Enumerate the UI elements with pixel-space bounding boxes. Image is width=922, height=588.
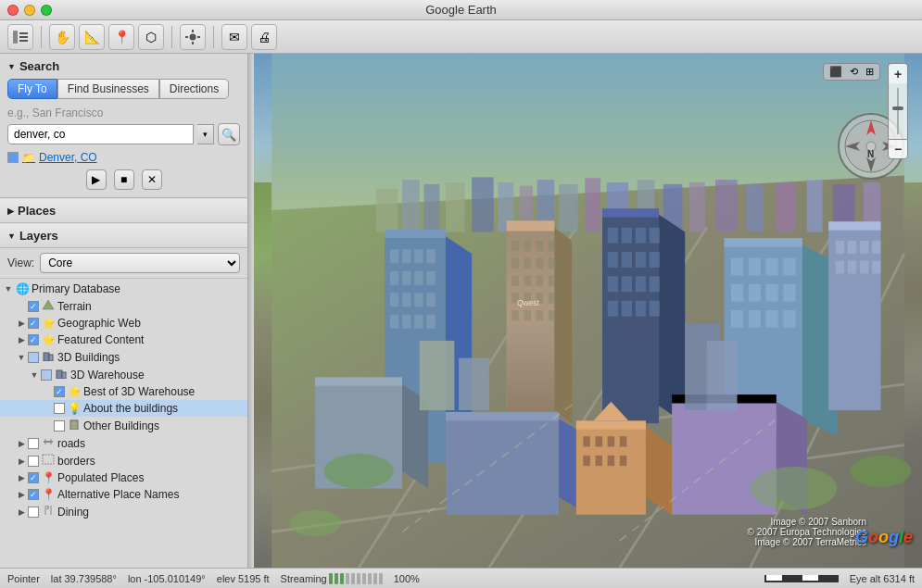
roads-icon: [41, 436, 56, 450]
streaming-indicator: Streaming: [281, 573, 383, 584]
borders-checkbox[interactable]: [28, 456, 39, 467]
layer-populated[interactable]: ▶ ✓ 📍 Populated Places: [0, 469, 247, 486]
svg-rect-77: [385, 230, 446, 238]
zoom-in-button[interactable]: +: [888, 63, 908, 83]
populated-checkbox[interactable]: ✓: [28, 472, 39, 483]
attribution-line3: Image © 2007 TerraMetrics: [748, 537, 866, 547]
svg-rect-72: [537, 310, 544, 320]
window-controls[interactable]: [7, 5, 52, 16]
playback-bar: ▶ ■ ✕: [7, 164, 240, 194]
places-arrow: ▶: [7, 206, 14, 216]
map-area[interactable]: Qwest: [254, 54, 922, 568]
about-buildings-checkbox[interactable]: [54, 403, 65, 414]
layer-featured[interactable]: ▶ ✓ ⭐ Featured Content: [0, 332, 247, 348]
hand-tool-icon[interactable]: ✋: [49, 24, 75, 50]
layers-tree-list: ▼ 🌐 Primary Database ✓ Terrain: [0, 279, 247, 522]
minimize-button[interactable]: [24, 5, 35, 16]
stream-bar-1: [329, 573, 333, 584]
close-button[interactable]: [7, 5, 19, 16]
borders-arrow: ▶: [15, 457, 28, 466]
view-select[interactable]: Core All Custom: [40, 253, 240, 273]
layer-about-buildings[interactable]: 💡 About the buildings: [0, 400, 247, 417]
places-section-header[interactable]: ▶ Places: [0, 198, 247, 223]
layer-primary-db[interactable]: ▼ 🌐 Primary Database: [0, 281, 247, 297]
featured-checkbox[interactable]: ✓: [28, 334, 39, 345]
placemark-tool-icon[interactable]: 📍: [108, 24, 134, 50]
layer-alt-names[interactable]: ▶ ✓ 📍 Alternative Place Names: [0, 486, 247, 503]
layer-geographic-web[interactable]: ▶ ✓ ⭐ Geographic Web: [0, 315, 247, 332]
sun-tool-icon[interactable]: [180, 24, 206, 50]
layer-best-3d[interactable]: ✓ ⭐ Best of 3D Warehouse: [0, 383, 247, 400]
toolbar-sep-3: [213, 26, 214, 48]
stop-button[interactable]: ■: [114, 169, 134, 190]
play-button[interactable]: ▶: [86, 169, 107, 190]
terrain-checkbox[interactable]: ✓: [28, 301, 39, 312]
tab-find-businesses[interactable]: Find Businesses: [57, 79, 159, 99]
attribution-line1: Image © 2007 Sanborn: [748, 517, 866, 527]
layer-3d-buildings[interactable]: ▼ 3D Buildings: [0, 348, 247, 366]
search-go-button[interactable]: 🔍: [218, 123, 240, 145]
svg-rect-107: [636, 276, 646, 292]
3d-warehouse-checkbox[interactable]: [41, 369, 52, 381]
zoom-out-button[interactable]: −: [888, 139, 908, 159]
svg-rect-100: [650, 228, 660, 244]
svg-rect-119: [783, 258, 795, 276]
svg-rect-5: [192, 42, 194, 44]
svg-rect-58: [512, 258, 519, 269]
3d-buildings-checkbox[interactable]: [28, 352, 39, 363]
svg-rect-103: [636, 252, 646, 268]
svg-rect-33: [446, 182, 465, 232]
scale-seg-2: [784, 575, 802, 581]
alt-names-icon: 📍: [41, 488, 56, 501]
roads-checkbox[interactable]: [28, 438, 39, 449]
email-tool-icon[interactable]: ✉: [221, 24, 247, 50]
print-tool-icon[interactable]: 🖨: [251, 24, 277, 50]
alt-names-checkbox[interactable]: ✓: [28, 489, 39, 500]
svg-rect-117: [749, 258, 761, 276]
stream-bar-9: [373, 573, 377, 584]
maximize-button[interactable]: [41, 5, 52, 16]
close-tour-button[interactable]: ✕: [142, 169, 162, 190]
ruler-tool-icon[interactable]: 📐: [79, 24, 105, 50]
other-buildings-checkbox[interactable]: [54, 420, 65, 432]
search-result-item[interactable]: 📁 Denver, CO: [7, 151, 240, 164]
rotate-icon[interactable]: ⟲: [850, 66, 858, 78]
sidebar-toggle-icon[interactable]: [7, 24, 33, 50]
search-input[interactable]: [7, 124, 194, 144]
tab-fly-to[interactable]: Fly To: [7, 79, 57, 99]
layer-terrain[interactable]: ✓ Terrain: [0, 297, 247, 315]
search-header[interactable]: ▼ Search: [7, 59, 240, 73]
layer-roads[interactable]: ▶ roads: [0, 434, 247, 452]
view-controls-panel[interactable]: ⬛ ⟲ ⊞: [823, 63, 880, 81]
svg-rect-149: [595, 436, 602, 446]
layer-dining[interactable]: ▶ Dining: [0, 503, 247, 520]
3d-warehouse-icon: [54, 368, 69, 382]
svg-rect-159: [420, 341, 455, 410]
svg-rect-12: [57, 370, 62, 379]
geo-web-checkbox[interactable]: ✓: [28, 318, 39, 329]
stream-bar-6: [357, 573, 360, 584]
primary-db-icon: 🌐: [15, 282, 30, 295]
layer-3d-warehouse[interactable]: ▼ 3D Warehouse: [0, 366, 247, 383]
layer-borders[interactable]: ▶ borders: [0, 452, 247, 469]
svg-rect-2: [19, 36, 28, 38]
dining-checkbox[interactable]: [28, 507, 39, 518]
svg-rect-13: [62, 372, 66, 379]
layers-section-header[interactable]: ▼ Layers: [0, 223, 247, 248]
svg-rect-1: [19, 32, 28, 34]
svg-rect-55: [524, 241, 531, 251]
svg-rect-110: [622, 301, 632, 317]
eye-alt-label: Eye alt: [850, 573, 881, 584]
zoom-slider-track[interactable]: [888, 83, 908, 139]
best-3d-checkbox[interactable]: ✓: [54, 386, 65, 397]
layer-toggle-icon[interactable]: ⊞: [865, 66, 874, 78]
tab-directions[interactable]: Directions: [159, 79, 229, 99]
result-checkbox[interactable]: [7, 152, 19, 163]
svg-rect-54: [512, 241, 519, 251]
layer-other-buildings[interactable]: Other Buildings: [0, 417, 247, 434]
svg-rect-124: [731, 310, 743, 328]
borders-label: borders: [57, 455, 247, 468]
search-dropdown-button[interactable]: ▾: [197, 124, 214, 144]
polygon-tool-icon[interactable]: ⬡: [138, 24, 164, 50]
tilt-icon[interactable]: ⬛: [829, 66, 842, 78]
